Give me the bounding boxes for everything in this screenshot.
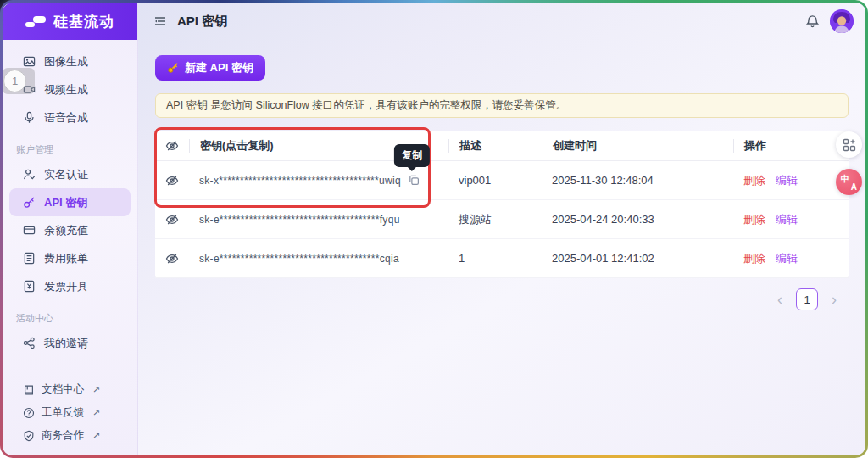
api-keys-table: 密钥(点击复制) 描述 创建时间 操作 sk-x****************… [155, 131, 849, 278]
sidebar-item-label: API 密钥 [44, 195, 87, 210]
annotation-step-badge[interactable]: 1 [3, 70, 26, 92]
user-avatar[interactable] [830, 9, 854, 33]
toggle-all-visibility[interactable] [155, 139, 189, 153]
sidebar-item-label: 费用账单 [44, 251, 88, 266]
delete-key-link[interactable]: 删除 [743, 251, 765, 266]
sidebar-item-billing[interactable]: 费用账单 [3, 244, 137, 272]
app-name: 硅基流动 [53, 12, 114, 31]
bell-icon[interactable] [805, 14, 820, 29]
book-icon [23, 384, 35, 396]
external-link-icon: ↗ [92, 430, 100, 441]
sidebar-section-activity: 活动中心 [3, 312, 137, 325]
person-check-icon [23, 168, 36, 181]
sidebar-item-label: 我的邀请 [44, 336, 88, 351]
sidebar-item-api-keys[interactable]: API 密钥 [9, 188, 131, 216]
copy-icon [408, 174, 420, 187]
new-api-key-button[interactable]: 新建 API 密钥 [155, 55, 265, 81]
translate-icon: 中 A [841, 174, 857, 190]
grid-plus-icon [843, 138, 856, 152]
key-created-time: 2025-04-24 20:40:33 [542, 213, 733, 226]
key-created-time: 2025-04-01 12:41:02 [542, 252, 733, 265]
key-icon [167, 62, 179, 74]
api-key-cell[interactable]: sk-e************************************… [189, 253, 448, 265]
sidebar-item-label: 商务合作 [42, 428, 84, 443]
translate-button[interactable]: 中 A [836, 169, 862, 195]
content-area: 新建 API 密钥 API 密钥 是您访问 SiliconFlow 接口的凭证，… [138, 40, 865, 310]
page-title: API 密钥 [177, 14, 227, 30]
copy-tooltip: 复制 [394, 144, 430, 167]
column-header-created: 创建时间 [542, 139, 733, 153]
avatar-illustration [830, 9, 854, 33]
main-panel: API 密钥 [138, 3, 865, 455]
new-api-key-label: 新建 API 密钥 [185, 60, 253, 75]
sidebar-section-account: 账户管理 [3, 143, 137, 156]
api-key-masked[interactable]: sk-e************************************… [199, 253, 399, 265]
key-icon [23, 196, 36, 209]
toggle-key-visibility[interactable] [155, 174, 189, 187]
delete-key-link[interactable]: 删除 [743, 212, 765, 227]
sidebar-item-business-cooperation[interactable]: 商务合作 ↗ [3, 424, 137, 447]
image-icon [23, 55, 36, 68]
external-link-icon: ↗ [92, 384, 100, 395]
help-circle-icon [23, 407, 35, 419]
sidebar-item-speech-synthesis[interactable]: 语音合成 [3, 103, 137, 131]
chevron-left-icon[interactable]: ‹ [777, 292, 782, 307]
main-header: API 密钥 [138, 3, 865, 40]
sidebar-item-balance-recharge[interactable]: 余额充值 [3, 216, 137, 244]
info-banner: API 密钥 是您访问 SiliconFlow 接口的凭证，具有该账户的完整权限… [155, 93, 849, 118]
sidebar-item-my-invitations[interactable]: 我的邀请 [3, 329, 137, 357]
sidebar-item-label: 图像生成 [44, 54, 88, 70]
sidebar-item-invoice[interactable]: 发票开具 [3, 272, 137, 300]
sidebar-item-ticket-feedback[interactable]: 工单反馈 ↗ [3, 401, 137, 424]
table-row: sk-e************************************… [155, 200, 849, 239]
eye-off-icon [165, 213, 179, 226]
credit-card-icon [23, 224, 36, 237]
sidebar-item-label: 发票开具 [44, 279, 88, 294]
share-icon [23, 337, 36, 349]
edit-key-link[interactable]: 编辑 [776, 251, 798, 266]
widgets-button[interactable] [836, 131, 862, 158]
page-number-button[interactable]: 1 [796, 288, 818, 310]
table-row: sk-e************************************… [155, 239, 849, 278]
sidebar-item-docs-center[interactable]: 文档中心 ↗ [3, 378, 137, 401]
sidebar-item-label: 文档中心 [42, 383, 84, 397]
logo-icon [25, 15, 47, 28]
sidebar-item-label: 语音合成 [44, 110, 88, 126]
column-header-ops: 操作 [733, 139, 849, 153]
sidebar-spacer [3, 357, 137, 378]
edit-key-link[interactable]: 编辑 [776, 212, 798, 227]
table-header-row: 密钥(点击复制) 描述 创建时间 操作 [155, 131, 849, 161]
app-window: 硅基流动 图像生成 视频生成 [3, 3, 865, 455]
sidebar-collapse-icon[interactable] [153, 14, 167, 28]
sidebar-item-label: 实名认证 [44, 167, 88, 182]
sidebar-item-label: 工单反馈 [42, 405, 84, 420]
key-description: 搜源站 [448, 212, 542, 227]
sidebar-item-label: 余额充值 [44, 223, 88, 238]
invoice-icon [23, 280, 36, 293]
key-description: vip001 [448, 174, 542, 187]
eye-off-icon [165, 139, 179, 153]
api-key-cell[interactable]: sk-e************************************… [189, 214, 448, 226]
chevron-right-icon[interactable]: › [832, 292, 837, 307]
microphone-icon [23, 111, 36, 124]
copy-key-button[interactable]: 复制 [408, 174, 420, 187]
info-banner-text: API 密钥 是您访问 SiliconFlow 接口的凭证，具有该账户的完整权限… [166, 98, 566, 113]
sidebar-item-realname-auth[interactable]: 实名认证 [3, 160, 137, 188]
bill-icon [23, 252, 36, 265]
app-logo[interactable]: 硅基流动 [3, 3, 137, 40]
table-row: sk-x************************************… [155, 161, 849, 200]
api-key-masked[interactable]: sk-x************************************… [199, 175, 401, 187]
edit-key-link[interactable]: 编辑 [776, 173, 798, 188]
shield-icon [23, 430, 35, 442]
external-link-icon: ↗ [92, 407, 100, 418]
key-description: 1 [448, 252, 542, 265]
key-created-time: 2025-11-30 12:48:04 [542, 174, 733, 187]
toggle-key-visibility[interactable] [155, 213, 189, 226]
api-key-cell[interactable]: sk-x************************************… [189, 174, 448, 187]
toggle-key-visibility[interactable] [155, 252, 189, 265]
delete-key-link[interactable]: 删除 [743, 173, 765, 188]
api-key-masked[interactable]: sk-e************************************… [199, 214, 400, 226]
eye-off-icon [165, 252, 179, 265]
eye-off-icon [165, 174, 179, 187]
column-header-desc: 描述 [448, 139, 542, 153]
